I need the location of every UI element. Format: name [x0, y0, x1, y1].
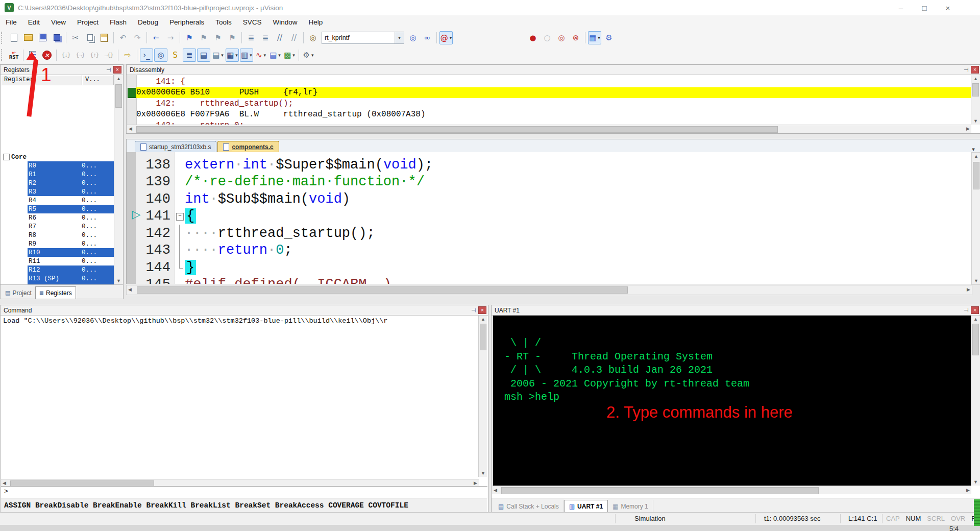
start-stop-debug-session-button[interactable]: @▾	[439, 31, 453, 44]
tree-expander-icon[interactable]: -	[3, 154, 10, 160]
save-button[interactable]	[36, 31, 49, 44]
chevron-down-icon[interactable]: ▾	[221, 53, 224, 58]
run-to-cursor-line-button[interactable]: →{}	[102, 49, 115, 62]
insert-remove-breakpoint-button[interactable]: ●	[526, 31, 540, 44]
bookmark-toggle-button[interactable]: ⚑	[183, 31, 196, 44]
navigate-back-button[interactable]: ←	[150, 31, 163, 44]
watch-window-button[interactable]: ▤▾	[211, 49, 225, 62]
close-button[interactable]: ×	[936, 1, 960, 15]
scroll-up-icon[interactable]: ▲	[972, 154, 980, 159]
copy-button[interactable]	[83, 31, 96, 44]
disable-all-breakpoints-button[interactable]: ◎	[555, 31, 568, 44]
value-column-header[interactable]: V...	[82, 75, 114, 85]
register-row[interactable]: R50...	[1, 205, 114, 213]
paste-button[interactable]	[97, 31, 111, 44]
code-line[interactable]: 144}	[127, 259, 972, 276]
chevron-down-icon[interactable]: ▾	[450, 35, 452, 40]
bookmark-next-button[interactable]: ⚑	[211, 31, 225, 44]
code-line[interactable]: 139/*·re-define·main·function·*/	[127, 174, 972, 191]
navigate-forward-button[interactable]: →	[164, 31, 177, 44]
command-output[interactable]: Load "C:\\Users\\92036\\Desktop\\github\…	[1, 316, 479, 477]
scroll-left-icon[interactable]: ◀	[129, 126, 132, 131]
sidebar-tab-project[interactable]: ▤Project	[2, 287, 35, 299]
maximize-button[interactable]: □	[913, 1, 936, 15]
sidebar-tab-registers[interactable]: ≣Registers	[35, 286, 76, 299]
menu-debug[interactable]: Debug	[132, 15, 164, 29]
disassembly-hscrollbar[interactable]: ◀ ▶	[127, 125, 971, 133]
menu-svcs[interactable]: SVCS	[237, 15, 267, 29]
unindent-button[interactable]: ≣	[244, 31, 258, 44]
editor-vscrollbar[interactable]: ▲ ▼	[971, 152, 980, 285]
chevron-down-icon[interactable]: ▾	[395, 32, 404, 43]
register-row[interactable]: R60...	[1, 213, 114, 222]
scroll-up-icon[interactable]: ▲	[971, 76, 980, 81]
enable-disable-breakpoint-button[interactable]: ○	[541, 31, 554, 44]
chevron-down-icon[interactable]: ▾	[311, 53, 314, 58]
scroll-down-icon[interactable]: ▼	[114, 278, 123, 283]
registers-window-button[interactable]: ≣	[183, 49, 196, 62]
register-row[interactable]: R20...	[1, 179, 114, 187]
bottom-tab-uart-1[interactable]: ▥UART #1	[564, 500, 608, 513]
step-into-button[interactable]: {↓}	[59, 49, 72, 62]
menu-window[interactable]: Window	[267, 15, 303, 29]
indent-button[interactable]: ≣	[259, 31, 272, 44]
pin-icon[interactable]: ⊤	[471, 308, 477, 313]
new-file-button[interactable]	[7, 31, 20, 44]
menu-flash[interactable]: Flash	[104, 15, 132, 29]
disassembly-window-button[interactable]: ◎	[154, 49, 167, 62]
register-row[interactable]: R13 (SP)0...	[1, 274, 114, 283]
pin-icon[interactable]: ⊤	[963, 308, 970, 313]
command-vscrollbar[interactable]: ▲ ▼	[478, 316, 487, 477]
code-line[interactable]: 143····return·0;	[127, 242, 972, 259]
scroll-down-icon[interactable]: ▼	[479, 471, 487, 476]
scrollbar-thumb[interactable]	[972, 324, 979, 355]
find-button[interactable]: ◎	[406, 31, 420, 44]
fold-collapse-icon[interactable]: −	[176, 213, 184, 221]
cut-button[interactable]: ✂	[69, 31, 82, 44]
step-over-button[interactable]: {→}	[74, 49, 87, 62]
scroll-down-icon[interactable]: ▼	[971, 479, 980, 485]
bottom-tab-memory-1[interactable]: ▦Memory 1	[608, 500, 653, 513]
show-next-statement-button[interactable]: ⇨	[121, 49, 134, 62]
open-file-button[interactable]	[21, 31, 35, 44]
code-line[interactable]: 142····rtthread_startup();	[127, 225, 972, 242]
close-panel-icon[interactable]: ×	[113, 66, 121, 74]
register-row[interactable]: R40...	[1, 196, 114, 205]
stop-button[interactable]	[40, 49, 54, 62]
window-layouts-button[interactable]: ▦▾	[588, 31, 601, 44]
step-out-button[interactable]: {↑}	[88, 49, 101, 62]
incremental-find-button[interactable]: ∞	[421, 31, 434, 44]
scrollbar-thumb[interactable]	[973, 162, 979, 189]
pin-icon[interactable]: ⊤	[106, 67, 112, 73]
register-row[interactable]: R80...	[1, 231, 114, 239]
serial-window-button[interactable]: ▥▾	[240, 49, 253, 62]
chevron-down-icon[interactable]: ▾	[292, 53, 295, 58]
comment-selection-button[interactable]: //	[273, 31, 286, 44]
system-viewer-button[interactable]: ▩▾	[283, 49, 296, 62]
memory-window-button[interactable]: ▦▾	[226, 49, 239, 62]
code-line[interactable]: 140int·$Sub$$main(void)	[127, 190, 972, 208]
chevron-down-icon[interactable]: ▾	[264, 53, 266, 58]
code-line[interactable]: 141−▷{	[127, 208, 972, 225]
scroll-up-icon[interactable]: ▲	[114, 76, 123, 81]
redo-button[interactable]: ↷	[131, 31, 144, 44]
chevron-down-icon[interactable]: ▾	[250, 53, 252, 58]
instruction-trace-window-button[interactable]: ▤▾	[268, 49, 282, 62]
menu-help[interactable]: Help	[303, 15, 329, 29]
chevron-down-icon[interactable]: ▾	[235, 53, 238, 58]
scrollbar-thumb[interactable]	[136, 126, 778, 133]
register-row[interactable]: R100...	[1, 248, 114, 257]
close-panel-icon[interactable]: ×	[971, 306, 979, 314]
register-row[interactable]: R00...	[1, 161, 114, 170]
menu-tools[interactable]: Tools	[210, 15, 237, 29]
menu-project[interactable]: Project	[71, 15, 104, 29]
register-row[interactable]: R120...	[1, 266, 114, 274]
call-stack-window-button[interactable]: ▤	[197, 49, 210, 62]
reset-cpu-button[interactable]: ↞RST	[7, 49, 20, 62]
scroll-down-icon[interactable]: ▼	[971, 118, 980, 124]
scroll-right-icon[interactable]: ▶	[967, 287, 970, 292]
pin-icon[interactable]: ⊤	[963, 67, 970, 73]
logic-analyzer-button[interactable]: ∿▾	[254, 49, 267, 62]
scroll-up-icon[interactable]: ▲	[971, 317, 980, 322]
configure-tools-button[interactable]: ⚙	[602, 31, 616, 44]
